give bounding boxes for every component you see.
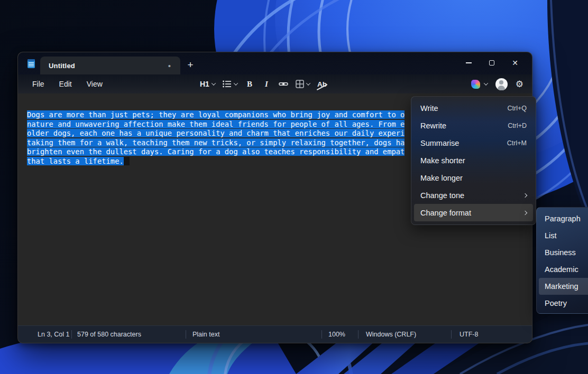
text-line: brighten even the dullest days. Caring f… [27,147,405,157]
menu-edit[interactable]: Edit [52,77,79,91]
notepad-app-icon [27,58,35,69]
menu-item-make-shorter[interactable]: Make shorter [414,152,533,169]
chevron-right-icon [523,210,527,214]
insert-table-dropdown[interactable] [293,77,312,91]
submenu-item-list[interactable]: List [539,227,588,244]
toolbar-right-group: ⚙ [471,74,523,94]
list-style-dropdown[interactable] [221,77,240,91]
close-icon: ✕ [512,59,518,67]
menu-toolbar-row: File Edit View H1 B I [18,74,532,94]
table-icon [296,80,304,88]
insert-link-button[interactable] [277,77,290,91]
menu-view[interactable]: View [80,77,109,91]
status-divider [321,330,322,339]
bullet-list-icon [223,80,232,88]
menu-item-summarise[interactable]: Summarise Ctrl+M [414,134,533,152]
line-endings[interactable]: Windows (CRLF) [366,331,416,338]
status-divider [358,330,359,339]
minimize-button[interactable] [457,54,480,71]
account-avatar[interactable] [495,78,508,90]
text-cursor [124,157,130,165]
close-button[interactable]: ✕ [503,54,527,71]
clear-formatting-icon: Ab [317,80,327,88]
submenu-item-poetry[interactable]: Poetry [539,295,588,312]
new-tab-button[interactable]: + [183,58,198,72]
document-type: Plain text [192,331,219,338]
document-text: Dogs are more than just pets; they are l… [27,110,405,166]
chevron-down-icon [306,81,310,85]
submenu-item-marketing[interactable]: Marketing [539,278,588,295]
menu-file[interactable]: File [25,77,51,91]
zoom-level[interactable]: 100% [328,331,345,338]
submenu-item-business[interactable]: Business [539,244,588,261]
menu-item-rewrite[interactable]: Rewrite Ctrl+D [414,117,533,134]
text-line: taking them for a walk, teaching them ne… [27,138,405,148]
copilot-dropdown[interactable] [471,80,488,89]
link-icon [279,80,288,88]
minimize-icon [466,62,472,63]
copilot-icon [471,80,480,89]
shortcut-label: Ctrl+D [508,122,527,129]
status-divider [71,330,72,339]
copilot-menu: Write Ctrl+Q Rewrite Ctrl+D Summarise Ct… [411,96,536,225]
cursor-position: Ln 3, Col 1 [38,331,69,338]
title-bar[interactable]: Untitled • + ✕ [18,52,532,74]
text-line: Dogs are more than just pets; they are l… [27,110,405,120]
maximize-icon [489,60,494,66]
text-line: that lasts a lifetime. [27,157,405,166]
submenu-item-academic[interactable]: Academic [539,261,588,278]
encoding[interactable]: UTF-8 [460,331,478,338]
change-format-submenu: Paragraph List Business Academic Marketi… [536,207,588,314]
heading-style-dropdown[interactable]: H1 [198,77,217,91]
menu-item-write[interactable]: Write Ctrl+Q [414,99,533,117]
chevron-down-icon [212,81,216,85]
menu-item-make-longer[interactable]: Make longer [414,169,533,186]
chevron-down-icon [234,81,238,85]
character-count: 579 of 580 characters [77,331,141,338]
text-line: nature and unwavering affection make the… [27,120,405,129]
clear-formatting-button[interactable]: Ab [315,77,329,91]
status-divider [451,330,452,339]
window-controls: ✕ [457,54,527,71]
settings-gear-icon[interactable]: ⚙ [516,80,523,89]
shortcut-label: Ctrl+M [507,139,527,147]
formatting-toolbar: H1 B I [198,74,329,94]
maximize-button[interactable] [480,54,503,71]
shortcut-label: Ctrl+Q [508,105,527,112]
tab-title: Untitled [49,62,75,70]
unsaved-indicator-dot: • [168,62,171,70]
tab-untitled[interactable]: Untitled • [40,57,180,74]
menu-item-change-tone[interactable]: Change tone [414,186,533,204]
submenu-item-paragraph[interactable]: Paragraph [539,210,588,227]
menu-item-change-format[interactable]: Change format [414,204,533,221]
text-line: older dogs, each one has a unique person… [27,129,405,138]
bold-button[interactable]: B [243,77,256,91]
chevron-down-icon [484,81,488,85]
status-divider [186,330,186,339]
status-bar: Ln 3, Col 1 579 of 580 characters Plain … [18,325,532,343]
italic-button[interactable]: I [260,77,273,91]
avatar-person-icon [499,80,503,85]
chevron-right-icon [523,193,527,197]
